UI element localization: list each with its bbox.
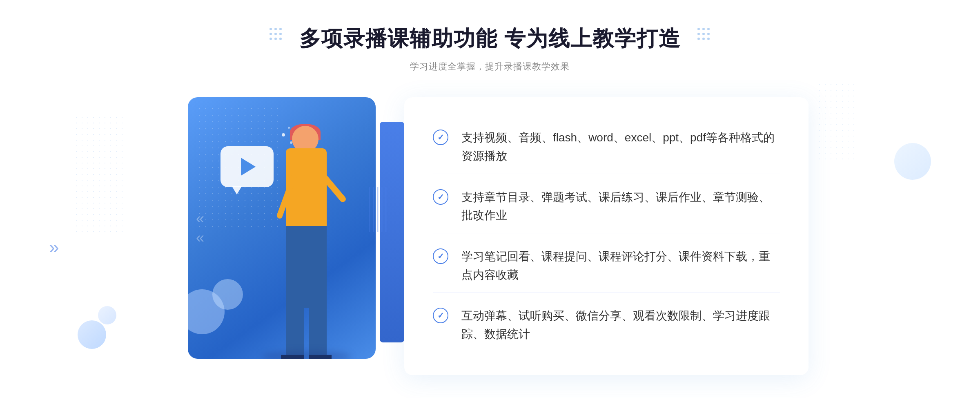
feature-item-1: ✓ 支持视频、音频、flash、word、excel、ppt、pdf等各种格式的…: [433, 121, 780, 174]
chevron-icon: »: [49, 237, 59, 257]
check-icon-3: ✓: [433, 248, 449, 265]
checkmark-symbol-4: ✓: [437, 311, 444, 320]
feature-item-2: ✓ 支持章节目录、弹题考试、课后练习、课后作业、章节测验、批改作业: [433, 180, 780, 234]
feature-text-1: 支持视频、音频、flash、word、excel、ppt、pdf等各种格式的资源…: [461, 129, 780, 165]
card-arrows: « «: [196, 210, 204, 246]
check-icon-4: ✓: [433, 308, 449, 324]
check-circle-4: ✓: [433, 308, 448, 323]
bg-dots-right: [817, 82, 858, 163]
check-icon-1: ✓: [433, 130, 449, 146]
page-subtitle: 学习进度全掌握，提升录播课教学效果: [299, 60, 681, 73]
stripe-deco: [368, 187, 390, 232]
person-figure: [253, 122, 368, 359]
feature-text-3: 学习笔记回看、课程提问、课程评论打分、课件资料下载，重点内容收藏: [461, 248, 780, 284]
illustration-area: « «: [172, 97, 392, 375]
small-circle-2: [98, 306, 116, 324]
deco-dots-right: [697, 28, 710, 41]
check-circle-2: ✓: [433, 189, 448, 205]
checkmark-symbol-3: ✓: [437, 252, 444, 260]
features-area: ✓ 支持视频、音频、flash、word、excel、ppt、pdf等各种格式的…: [404, 97, 808, 375]
feature-text-4: 互动弹幕、试听购买、微信分享、观看次数限制、学习进度跟踪、数据统计: [461, 307, 780, 344]
chevron-left-deco: »: [49, 237, 59, 257]
bg-dots-left: [74, 114, 122, 237]
check-icon-2: ✓: [433, 189, 449, 206]
check-circle-1: ✓: [433, 130, 448, 145]
check-circle-3: ✓: [433, 248, 448, 264]
person-leg-right: [286, 293, 304, 359]
illustration-card: « «: [188, 97, 376, 359]
checkmark-symbol-1: ✓: [437, 133, 444, 141]
feature-item-3: ✓ 学习笔记回看、课程提问、课程评论打分、课件资料下载，重点内容收藏: [433, 239, 780, 293]
feature-text-2: 支持章节目录、弹题考试、课后练习、课后作业、章节测验、批改作业: [461, 188, 780, 225]
page-title: 多项录播课辅助功能 专为线上教学打造: [299, 25, 681, 53]
deco-circle-bottom-left2: [212, 279, 243, 310]
small-circle-1: [78, 320, 106, 349]
deco-circle-right: [894, 143, 931, 180]
header-section: 多项录播课辅助功能 专为线上教学打造 学习进度全掌握，提升录播课教学效果: [299, 25, 681, 73]
feature-item-4: ✓ 互动弹幕、试听购买、微信分享、观看次数限制、学习进度跟踪、数据统计: [433, 299, 780, 352]
content-section: « «: [172, 97, 808, 375]
deco-dots-left: [270, 28, 283, 41]
checkmark-symbol-2: ✓: [437, 193, 444, 201]
page-wrapper: 多项录播课辅助功能 专为线上教学打造 学习进度全掌握，提升录播课教学效果 « «: [0, 0, 980, 398]
person-leg-left: [309, 293, 327, 359]
